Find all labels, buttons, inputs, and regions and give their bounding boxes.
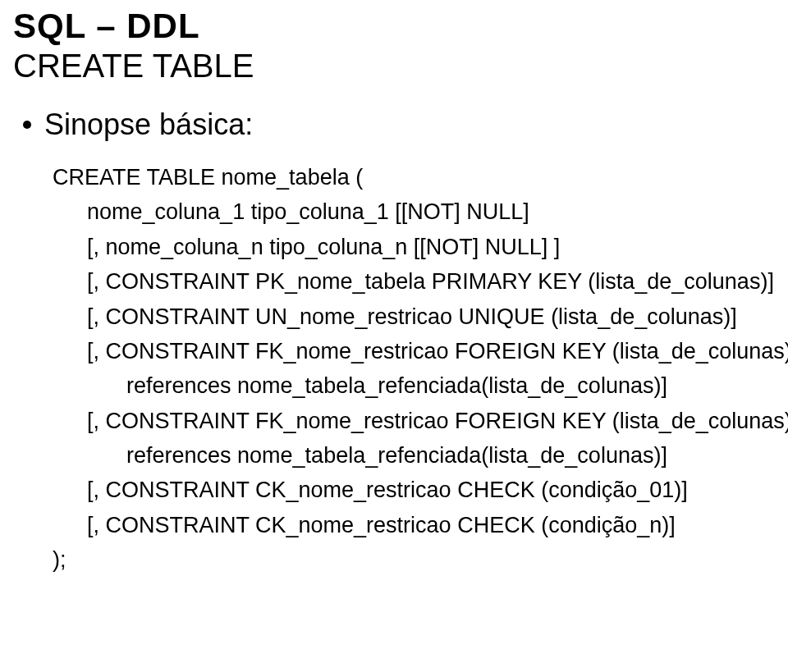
code-line-10: [, CONSTRAINT CK_nome_restricao CHECK (c… [53, 508, 775, 542]
code-line-6: references nome_tabela_refenciada(lista_… [53, 368, 775, 403]
code-line-2: [, nome_coluna_n tipo_coluna_n [[NOT] NU… [53, 230, 775, 264]
code-line-3: [, CONSTRAINT PK_nome_tabela PRIMARY KEY… [53, 264, 775, 299]
code-line-11: ); [53, 542, 775, 577]
code-line-7: [, CONSTRAINT FK_nome_restricao FOREIGN … [53, 404, 775, 438]
bullet-synopsis: Sinopse básica: [23, 107, 775, 142]
sql-code-block: CREATE TABLE nome_tabela ( nome_coluna_1… [53, 160, 775, 578]
bullet-icon [23, 121, 31, 129]
code-line-9: [, CONSTRAINT CK_nome_restricao CHECK (c… [53, 473, 775, 507]
slide-subtitle: CREATE TABLE [13, 48, 775, 85]
code-line-8: references nome_tabela_refenciada(lista_… [53, 438, 775, 473]
title-part-2: DDL [126, 7, 199, 45]
slide-title: SQL – DDL [13, 7, 775, 46]
bullet-label: Sinopse básica: [44, 107, 253, 141]
title-dash: – [96, 7, 126, 45]
code-line-1: nome_coluna_1 tipo_coluna_1 [[NOT] NULL] [53, 194, 775, 229]
code-line-5: [, CONSTRAINT FK_nome_restricao FOREIGN … [53, 334, 775, 368]
title-part-1: SQL [13, 7, 96, 45]
code-line-0: CREATE TABLE nome_tabela ( [53, 160, 775, 194]
code-line-4: [, CONSTRAINT UN_nome_restricao UNIQUE (… [53, 299, 775, 334]
